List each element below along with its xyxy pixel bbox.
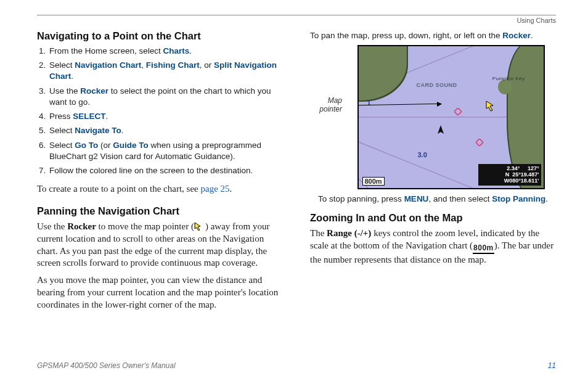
- step-7: Follow the colored line on the screen to…: [48, 164, 283, 178]
- map-figure: Map pointer: [310, 45, 556, 189]
- menu-go-to: Go To: [75, 141, 98, 150]
- manual-title: GPSMAP 400/500 Series Owner's Manual: [37, 361, 176, 370]
- step-1: From the Home screen, select Charts.: [48, 44, 283, 59]
- label-card-sound: CARD SOUND: [417, 82, 457, 88]
- key-menu: MENU: [404, 194, 429, 203]
- menu-guide-to: Guide To: [113, 141, 149, 150]
- step-4: Press SELECT.: [48, 110, 283, 124]
- land-mass: [357, 45, 408, 102]
- section-header: Using Charts: [37, 15, 556, 27]
- step-6: Select Go To (or Guide To when using a p…: [48, 139, 283, 164]
- step-2: Select Navigation Chart, Fishing Chart, …: [48, 59, 283, 84]
- right-column: To pan the map, press up, down, right, o…: [310, 30, 556, 316]
- menu-fishing-chart: Fishing Chart: [146, 60, 200, 70]
- left-column: Navigating to a Point on the Chart From …: [37, 30, 283, 316]
- pan-paragraph-1: Use the Rocker to move the map pointer (…: [37, 221, 283, 269]
- map-pointer-icon: [194, 222, 205, 231]
- heading-navigate: Navigating to a Point on the Chart: [37, 30, 283, 42]
- menu-stop-panning: Stop Panning: [492, 194, 545, 203]
- pan-paragraph-2: As you move the map pointer, you can vie…: [37, 274, 283, 311]
- boat-icon: [436, 125, 445, 137]
- section-title: Using Charts: [517, 17, 556, 24]
- key-select: SELECT: [73, 112, 105, 121]
- waypoint-icon: [476, 139, 483, 146]
- columns: Navigating to a Point on the Chart From …: [37, 30, 556, 316]
- map-pointer-icon: [486, 100, 497, 112]
- page-number: 11: [548, 361, 556, 370]
- pan-instruction: To pan the map, press up, down, right, o…: [310, 30, 556, 41]
- sounding: 3.0: [418, 151, 427, 158]
- nav-steps: From the Home screen, select Charts. Sel…: [37, 44, 283, 178]
- page: Using Charts Navigating to a Point on th…: [0, 0, 588, 381]
- heading-panning: Panning the Navigation Chart: [37, 205, 283, 217]
- callout-map-pointer: Map pointer: [310, 97, 342, 114]
- key-range: Range (-/+): [327, 228, 371, 238]
- key-rocker-3: Rocker: [502, 31, 531, 40]
- step-3: Use the Rocker to select the point on th…: [48, 84, 283, 110]
- step-5: Select Navigate To.: [48, 124, 283, 138]
- scale-icon: 800m: [473, 244, 494, 255]
- menu-navigate-to: Navigate To: [75, 126, 121, 135]
- link-page-25[interactable]: page 25: [201, 184, 230, 194]
- position-readout: 2.34° 127° N 25°19.487' W080°18.611': [478, 164, 541, 186]
- footer: GPSMAP 400/500 Series Owner's Manual 11: [37, 361, 556, 370]
- map-screenshot: 1 3.0 CARD SOUND Pumpkin Key Foul: [357, 45, 545, 189]
- island-pumpkin-key: [498, 80, 512, 94]
- heading-zoom: Zooming In and Out on the Map: [310, 212, 556, 224]
- scale-bar: 800m: [362, 177, 385, 186]
- waypoint-icon: [454, 108, 462, 115]
- menu-navigation-chart: Navigation Chart: [75, 60, 141, 70]
- stop-panning-instruction: To stop panning, press MENU, and then se…: [310, 194, 556, 203]
- key-rocker: Rocker: [80, 86, 108, 96]
- sounding: 1: [367, 99, 371, 107]
- zoom-paragraph: The Range (-/+) keys control the zoom le…: [310, 227, 556, 266]
- menu-charts: Charts: [163, 46, 190, 55]
- key-rocker-2: Rocker: [67, 221, 96, 231]
- route-note: To create a route to a point on the char…: [37, 183, 283, 195]
- label-pumpkin-key: Pumpkin Key: [492, 76, 525, 81]
